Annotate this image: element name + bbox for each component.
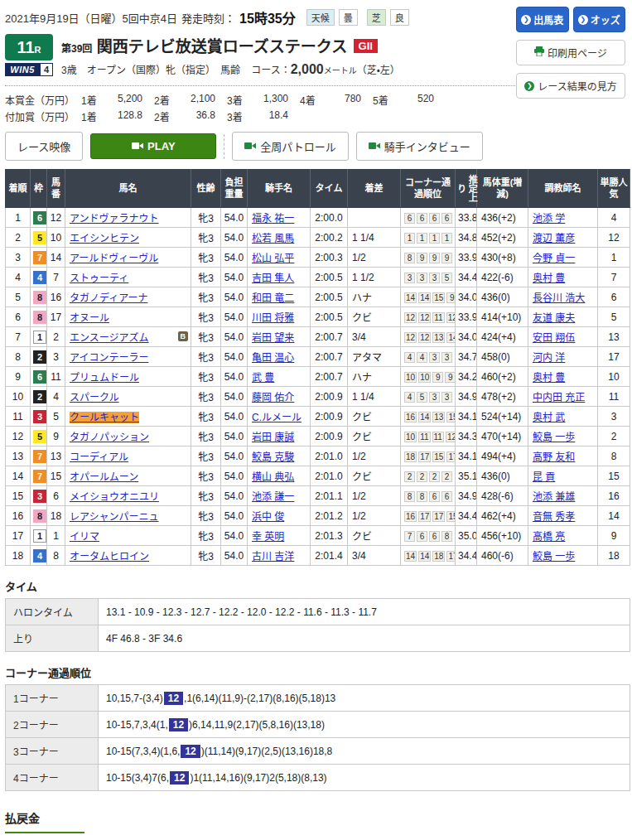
jockey-name-link[interactable]: 福永 祐一 [252,213,294,224]
trainer-name-link[interactable]: 奥村 豊 [533,372,565,384]
trainer-name-link[interactable]: 渡辺 薫彦 [533,233,575,244]
trainer-name-link[interactable]: 池添 兼雄 [533,491,575,503]
trainer-name-link[interactable]: 池添 学 [533,213,565,224]
horse-name-link[interactable]: プリュムドール [70,372,139,384]
jockey-name-link[interactable]: 鮫島 克駿 [252,451,294,463]
trainer-name-link[interactable]: 昆 貢 [533,471,555,483]
corner-order-text: 10-15,7,3,4(1, [106,719,168,731]
horse-name-link[interactable]: アイコンテーラー [70,352,148,364]
trainer-name-link[interactable]: 鮫島 一歩 [533,432,575,443]
trainer-name-link[interactable]: 河内 洋 [533,352,565,364]
prize-value: 128.8 [104,109,142,123]
trainer-name-link[interactable]: 音無 秀孝 [533,511,575,523]
last-3f-time: 34.3 [456,427,477,447]
jockey-name-link[interactable]: 幸 英明 [252,531,284,543]
trainer-name-link[interactable]: 高野 友和 [533,451,575,463]
race-number-badge: 11R [5,34,53,60]
margin: 1/2 [348,248,401,268]
horse-name-link[interactable]: レアシャンパーニュ [70,511,159,523]
horse-name-link[interactable]: オータムヒロイン [70,551,149,562]
arrow-circle-icon: ❯ [578,15,588,25]
horse-name-link[interactable]: ストゥーティ [70,273,128,284]
corner-position: 7 [404,531,415,542]
horse-name-link[interactable]: オヌール [70,312,109,324]
jockey-name-link[interactable]: C.ルメール [252,412,302,423]
horse-name-link[interactable]: スパークル [70,392,119,403]
table-row: 3714アールドヴィーヴル牝354.0松山 弘平2:00.31/2899933.… [6,248,630,268]
jockey-interview-button[interactable]: 騎手インタビュー [356,132,483,161]
corner-position: 8 [404,253,415,263]
corner-4-label: 4コーナー [6,765,99,791]
column-header: 馬名 [65,170,191,208]
race-class: 3歳 オープン（国際）牝（指定） 馬齢 [61,65,240,76]
jockey-name-link[interactable]: 古川 吉洋 [252,551,294,562]
jockey-name-link[interactable]: 横山 典弘 [252,471,294,483]
trainer-name-link[interactable]: 奥村 武 [533,412,565,423]
jockey-name-link[interactable]: 吉田 隼人 [252,273,294,284]
win-popularity: 7 [598,268,630,287]
horse-name-link[interactable]: オパールムーン [70,471,138,483]
jockey-name-link[interactable]: 武 豊 [252,372,274,384]
patrol-video-button[interactable]: 全周パトロール [232,132,348,161]
jockey-name-link[interactable]: 岩田 康誠 [252,432,294,443]
race-video-button[interactable]: レース映像 [5,132,83,161]
jockey-name-link[interactable]: 松山 弘平 [252,253,294,264]
corner-2-label: 2コーナー [6,712,99,738]
horse-name-link[interactable]: メイショウオニユリ [70,491,159,503]
race-date: 2021年9月19日（日曜）5回中京4日 [5,10,177,26]
bracket-cell: 1 [31,327,47,347]
horse-name-link[interactable]: アールドヴィーヴル [70,253,158,264]
trainer-name-link[interactable]: 中内田 充正 [533,392,585,403]
jockey-cell: 岩田 康誠 [248,427,311,447]
finish-time: 2:00.9 [311,427,348,447]
table-row: 6817オヌール牝354.0川田 将雅2:00.5クビ1212111233.94… [6,307,630,327]
jockey-name-link[interactable]: 川田 将雅 [252,312,294,324]
jockey-name-link[interactable]: 池添 謙一 [252,491,294,503]
horse-name-link[interactable]: イリマ [70,531,99,543]
trainer-name-link[interactable]: 長谷川 浩大 [533,292,585,304]
result-guide-button[interactable]: ❯ レース結果の見方 [516,73,625,99]
horse-name-link[interactable]: エンスージアズム [70,332,149,344]
horse-name-link[interactable]: タガノパッション [70,432,149,443]
last-3f-time: 34.1 [456,447,477,466]
corner-position: 16 [404,511,417,522]
print-page-button[interactable]: 印刷用ページ [516,40,625,65]
sex-age: 牝3 [191,307,221,327]
jockey-name-link[interactable]: 浜中 俊 [252,511,284,523]
jockey-name-link[interactable]: 和田 竜二 [252,292,294,304]
jockey-name-link[interactable]: 松若 風馬 [252,233,294,244]
furlong-time-value: 13.1 - 10.9 - 12.3 - 12.7 - 12.2 - 12.0 … [99,599,630,625]
corner-position: 2 [429,471,440,482]
horse-weight: 470(+14) [477,427,528,447]
trainer-name-link[interactable]: 友道 康夫 [533,312,575,324]
column-header: 推定上り [456,170,477,208]
jockey-name-link[interactable]: 岩田 望来 [252,332,294,344]
corner-position: 8 [441,531,452,542]
finish-position: 11 [6,407,31,427]
trainer-name-link[interactable]: 奥村 豊 [533,273,565,284]
trainer-name-link[interactable]: 高橋 亮 [533,531,565,543]
horse-name-link[interactable]: タガノディアーナ [70,292,147,304]
column-header: 着差 [348,170,401,208]
trainer-name-link[interactable]: 安田 翔伍 [533,332,575,344]
corner-position: 3 [404,273,415,283]
finish-time: 2:00.3 [311,248,348,268]
trainer-name-link[interactable]: 鮫島 一歩 [533,551,575,562]
horse-weight: 436(0) [477,287,528,307]
horse-name-link[interactable]: クールキャット [70,412,139,423]
odds-button[interactable]: ❯ オッズ [573,7,626,32]
trainer-name-link[interactable]: 今野 貞一 [533,253,575,264]
finish-position: 8 [6,347,31,367]
jockey-name-link[interactable]: 藤岡 佑介 [252,392,294,403]
horse-name-link[interactable]: アンドヴァラナウト [70,213,159,224]
jockey-name-link[interactable]: 亀田 温心 [252,352,294,364]
corner-order-cell: 6666 [401,208,456,228]
side-buttons: ❯ 出馬表 ❯ オッズ 印刷用ページ ❯ レース結果の見方 [516,7,625,99]
horse-name-link[interactable]: コーディアル [70,451,128,463]
play-button[interactable]: PLAY [90,133,216,159]
corner-position: 12 [404,312,417,323]
corner-position: 16 [404,412,417,422]
horse-name-link[interactable]: エイシンヒテン [70,233,139,244]
entries-button[interactable]: ❯ 出馬表 [516,7,569,32]
jockey-cell: 浜中 俊 [248,506,311,526]
